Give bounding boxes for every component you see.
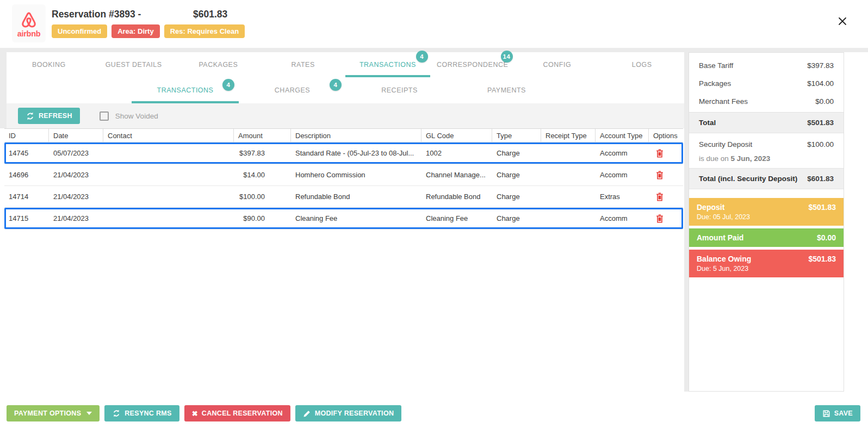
status-badges: Unconfirmed Area: Dirty Res: Requires Cl…	[52, 24, 245, 38]
cell-gl-code: Channel Manage...	[421, 171, 492, 179]
security-deposit-due-note: is due on 5 Jun, 2023	[689, 153, 844, 168]
resync-rms-button[interactable]: RESYNC RMS	[104, 405, 179, 421]
reservation-dialog: airbnb Reservation #3893 - $601.83 Uncon…	[0, 0, 868, 434]
cancel-reservation-button[interactable]: ✖ CANCEL RESERVATION	[184, 405, 290, 421]
summary-label: Total (incl. Security Deposit)	[699, 175, 797, 183]
cell-description: Homhero Commission	[291, 171, 421, 179]
subtab-charges-count-badge: 4	[330, 79, 342, 91]
cell-id: 14715	[4, 214, 49, 222]
subtab-receipts[interactable]: RECEIPTS	[346, 77, 453, 103]
cancel-reservation-label: CANCEL RESERVATION	[202, 410, 283, 417]
summary-label: Base Tariff	[699, 61, 733, 70]
reservation-total-amount: $601.83	[193, 9, 227, 20]
summary-label: Packages	[699, 79, 731, 88]
table-header-row: ID Date Contact Amount Description GL Co…	[4, 128, 683, 142]
subtab-transactions-count-badge: 4	[222, 79, 234, 91]
subtab-transactions[interactable]: TRANSACTIONS 4	[132, 77, 239, 103]
cell-amount: $14.00	[234, 171, 291, 179]
table-row[interactable]: 14715 21/04/2023 $90.00 Cleaning Fee Cle…	[4, 208, 683, 230]
table-row[interactable]: 14696 21/04/2023 $14.00 Homhero Commissi…	[4, 164, 683, 186]
summary-row-packages: Packages $104.00	[689, 75, 844, 92]
trash-icon	[655, 148, 664, 158]
tab-packages[interactable]: PACKAGES	[176, 52, 261, 77]
airbnb-logo: airbnb	[12, 4, 46, 42]
save-icon	[822, 410, 830, 418]
transactions-table: ID Date Contact Amount Description GL Co…	[4, 128, 683, 230]
cell-description: Cleaning Fee	[291, 214, 421, 222]
trash-icon	[655, 192, 664, 202]
tab-label: CONFIG	[543, 61, 572, 69]
subtab-charges[interactable]: CHARGES 4	[239, 77, 346, 103]
save-label: SAVE	[834, 410, 853, 417]
summary-row-merchant-fees: Merchant Fees $0.00	[689, 92, 844, 110]
tab-label: PACKAGES	[199, 61, 238, 69]
tab-guest-details[interactable]: GUEST DETAILS	[91, 52, 176, 77]
show-voided-label: Show Voided	[115, 112, 158, 120]
modify-reservation-button[interactable]: MODIFY RESERVATION	[295, 405, 401, 421]
airbnb-wordmark: airbnb	[17, 29, 41, 38]
summary-value: $397.83	[807, 61, 834, 70]
resync-rms-label: RESYNC RMS	[125, 410, 171, 417]
subtab-label: RECEIPTS	[381, 86, 418, 94]
subtab-label: CHARGES	[275, 86, 310, 94]
col-header-receipt-type: Receipt Type	[541, 129, 596, 142]
due-prefix: is due on	[699, 154, 731, 163]
refresh-button[interactable]: REFRESH	[18, 108, 80, 124]
cell-date: 21/04/2023	[49, 193, 103, 201]
summary-label: Merchant Fees	[699, 97, 748, 106]
deposit-amount: $501.83	[808, 203, 836, 221]
action-button-bar: PAYMENT OPTIONS RESYNC RMS ✖ CANCEL RESE…	[7, 405, 401, 421]
close-icon[interactable]	[836, 15, 848, 27]
summary-value: $0.00	[815, 97, 834, 106]
delete-transaction-button[interactable]	[653, 148, 664, 158]
delete-transaction-button[interactable]	[653, 170, 664, 180]
tab-booking[interactable]: BOOKING	[7, 52, 91, 77]
col-header-options: Options	[649, 129, 683, 142]
table-row[interactable]: 14745 05/07/2023 $397.83 Standard Rate -…	[4, 142, 683, 164]
sidebar-gutter	[684, 52, 689, 392]
col-header-account-type: Account Type	[596, 129, 649, 142]
cell-account-type: Extras	[596, 193, 649, 201]
show-voided-checkbox[interactable]	[100, 111, 109, 121]
tab-correspondence[interactable]: CORRESPONDENCE 14	[430, 52, 515, 77]
cell-description: Refundable Bond	[291, 193, 421, 201]
tab-rates[interactable]: RATES	[261, 52, 345, 77]
col-header-id: ID	[4, 129, 49, 142]
col-header-gl-code: GL Code	[421, 129, 492, 142]
tab-transactions[interactable]: TRANSACTIONS 4	[345, 52, 430, 77]
cell-gl-code: Refundable Bond	[421, 193, 492, 201]
delete-transaction-button[interactable]	[653, 192, 664, 202]
subtab-label: PAYMENTS	[487, 86, 526, 94]
status-badge-requires-clean: Res: Requires Clean	[164, 24, 245, 38]
col-header-date: Date	[49, 129, 103, 142]
summary-value: $601.83	[807, 175, 834, 183]
pencil-icon	[303, 410, 311, 418]
cell-type: Charge	[492, 214, 541, 222]
status-badge-unconfirmed: Unconfirmed	[52, 24, 107, 38]
cell-type: Charge	[492, 149, 541, 157]
summary-row-total: Total $501.83	[689, 112, 844, 133]
cell-date: 21/04/2023	[49, 171, 103, 179]
subtab-payments[interactable]: PAYMENTS	[453, 77, 560, 103]
reservation-title: Reservation #3893 -	[52, 9, 141, 20]
delete-transaction-button[interactable]	[653, 214, 664, 224]
payment-status-blocks: Deposit Due: 05 Jul, 2023 $501.83 Amount…	[689, 198, 844, 277]
table-row[interactable]: 14714 21/04/2023 $100.00 Refundable Bond…	[4, 186, 683, 208]
balance-owing-due-date: Due: 5 Jun, 2023	[697, 265, 751, 272]
main-tab-bar: BOOKING GUEST DETAILS PACKAGES RATES TRA…	[7, 52, 684, 77]
cell-amount: $100.00	[234, 193, 291, 201]
amount-paid-block: Amount Paid $0.00	[689, 228, 844, 247]
airbnb-belo-icon	[18, 9, 39, 30]
summary-row-grand-total: Total (incl. Security Deposit) $601.83	[689, 168, 844, 189]
show-voided-toggle[interactable]: Show Voided	[100, 111, 158, 121]
transactions-toolbar: REFRESH Show Voided	[7, 103, 684, 128]
tab-config[interactable]: CONFIG	[515, 52, 600, 77]
tab-label: BOOKING	[32, 61, 66, 69]
trash-icon	[655, 214, 664, 224]
due-date: 5 Jun, 2023	[731, 154, 771, 163]
table-body: 14745 05/07/2023 $397.83 Standard Rate -…	[4, 142, 683, 230]
payment-options-button[interactable]: PAYMENT OPTIONS	[7, 405, 100, 421]
save-button[interactable]: SAVE	[815, 405, 860, 421]
tab-label: TRANSACTIONS	[359, 61, 416, 69]
tab-logs[interactable]: LOGS	[599, 52, 684, 77]
